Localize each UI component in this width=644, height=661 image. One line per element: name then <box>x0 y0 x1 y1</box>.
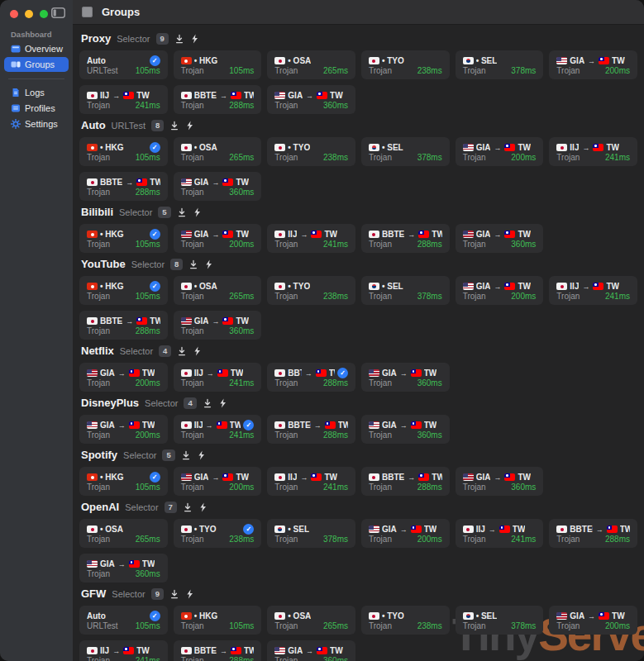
latency-test-icon[interactable] <box>183 502 193 512</box>
latency-test-icon[interactable] <box>169 589 179 599</box>
proxy-card[interactable]: GIA → TW Trojan 200ms <box>174 467 262 496</box>
proxy-card[interactable]: • SEL Trojan 378ms <box>361 137 450 166</box>
proxy-card[interactable]: GIA → TW Trojan 200ms <box>361 519 450 548</box>
proxy-card[interactable]: BBTEC → TW Trojan 288ms <box>267 363 355 392</box>
proxy-card[interactable]: • OSA Trojan 265ms <box>79 519 168 548</box>
sidebar-item-profiles[interactable]: Profiles <box>4 101 69 116</box>
proxy-card[interactable]: • HKG Trojan 105ms <box>79 224 168 253</box>
protocol-label: Trojan <box>556 621 580 630</box>
proxy-card[interactable]: Auto URLTest 105ms <box>79 606 168 635</box>
proxy-card[interactable]: IIJ → TW Trojan 241ms <box>174 363 262 392</box>
flag-icon <box>181 57 192 64</box>
proxy-card[interactable]: IIJ → TW Trojan 241ms <box>79 640 168 661</box>
proxy-card[interactable]: GIA → TW Trojan 200ms <box>79 415 168 444</box>
proxy-card[interactable]: • HKG Trojan 105ms <box>174 606 262 635</box>
minimize-window-button[interactable] <box>25 10 33 18</box>
flag2-icon <box>418 473 429 481</box>
proxy-card[interactable]: GIA → TW Trojan 360ms <box>267 85 355 114</box>
proxy-card[interactable]: IIJ → TW Trojan 241ms <box>267 224 355 253</box>
latency-test-icon[interactable] <box>174 34 184 44</box>
flag-icon <box>87 560 98 568</box>
proxy-card[interactable]: BBTEC → TW Trojan 288ms <box>361 224 450 253</box>
group-header: Netflix Selector 4 <box>81 345 637 357</box>
proxy-card[interactable]: • HKG Trojan 105ms <box>174 50 262 79</box>
sidebar-item-logs[interactable]: Logs <box>4 85 69 100</box>
proxy-card[interactable]: BBTEC → TW Trojan 288ms <box>79 172 168 201</box>
protocol-label: Trojan <box>369 535 392 544</box>
proxy-card[interactable]: IIJ → TW Trojan 241ms <box>267 467 355 496</box>
proxy-card[interactable]: GIA → TW Trojan 200ms <box>456 137 544 166</box>
proxy-card[interactable]: IIJ → TW Trojan 241ms <box>79 85 168 114</box>
proxy-card[interactable]: • TYO Trojan 238ms <box>361 50 450 79</box>
proxy-name: GIA <box>100 369 115 378</box>
proxy-card[interactable]: BBTEC → TW Trojan 288ms <box>174 85 262 114</box>
protocol-label: Trojan <box>274 535 298 544</box>
latency-test-icon[interactable] <box>169 121 179 131</box>
flag-icon <box>181 647 192 654</box>
flag2-icon <box>231 647 241 654</box>
proxy-card[interactable]: • OSA Trojan 265ms <box>174 137 262 166</box>
speed-test-bolt-icon[interactable] <box>197 450 206 460</box>
proxy-card[interactable]: IIJ → TW Trojan 241ms <box>456 519 544 548</box>
proxy-card[interactable]: BBTEC → TW Trojan 288ms <box>79 311 168 340</box>
proxy-card[interactable]: • SEL Trojan 378ms <box>267 519 355 548</box>
proxy-card[interactable]: • TYO Trojan 238ms <box>267 276 355 305</box>
proxy-card[interactable]: BBTEC → TW Trojan 288ms <box>361 467 450 496</box>
speed-test-bolt-icon[interactable] <box>204 259 213 269</box>
proxy-card[interactable]: GIA → TW Trojan 200ms <box>549 606 637 635</box>
close-window-button[interactable] <box>10 10 18 18</box>
latency-test-icon[interactable] <box>177 346 187 356</box>
latency-test-icon[interactable] <box>177 207 187 217</box>
proxy-card[interactable]: BBTEC → TW Trojan 288ms <box>174 640 262 661</box>
proxy-card[interactable]: • TYO Trojan 238ms <box>361 606 450 635</box>
proxy-card[interactable]: Auto URLTest 105ms <box>79 50 168 79</box>
proxy-card[interactable]: GIA → TW Trojan 360ms <box>361 363 450 392</box>
proxy-card[interactable]: • OSA Trojan 265ms <box>267 606 355 635</box>
proxy-card[interactable]: GIA → TW Trojan 360ms <box>267 640 355 661</box>
proxy-card[interactable]: GIA → TW Trojan 360ms <box>174 172 262 201</box>
proxy-card[interactable]: • SEL Trojan 378ms <box>456 606 544 635</box>
proxy-card[interactable]: • SEL Trojan 378ms <box>456 50 544 79</box>
proxy-card[interactable]: BBTEC → TW Trojan 288ms <box>549 519 637 548</box>
proxy-card[interactable]: GIA → TW Trojan 360ms <box>79 554 168 583</box>
proxy-card[interactable]: • HKG Trojan 105ms <box>79 137 168 166</box>
proxy-card[interactable]: • SEL Trojan 378ms <box>361 276 450 305</box>
speed-test-bolt-icon[interactable] <box>193 207 202 217</box>
proxy-card[interactable]: GIA → TW Trojan 360ms <box>361 415 450 444</box>
latency-test-icon[interactable] <box>188 259 198 269</box>
proxy-card[interactable]: GIA → TW Trojan 360ms <box>456 467 544 496</box>
proxy-card[interactable]: • HKG Trojan 105ms <box>79 276 168 305</box>
proxy-card[interactable]: IIJ → TW Trojan 241ms <box>549 137 637 166</box>
proxy-card[interactable]: • TYO Trojan 238ms <box>267 137 355 166</box>
speed-test-bolt-icon[interactable] <box>218 398 227 408</box>
proxy-card-bottom: Trojan 288ms <box>181 101 255 110</box>
latency-value: 241ms <box>323 483 348 492</box>
proxy-card[interactable]: GIA → TW Trojan 360ms <box>456 224 544 253</box>
latency-test-icon[interactable] <box>181 450 191 460</box>
speed-test-bolt-icon[interactable] <box>193 346 202 356</box>
selected-check-icon <box>150 472 160 483</box>
proxy-card[interactable]: IIJ → TW Trojan 241ms <box>549 276 637 305</box>
proxy-card[interactable]: IIJ → TW Trojan 241ms <box>174 415 262 444</box>
speed-test-bolt-icon[interactable] <box>185 589 194 599</box>
proxy-card[interactable]: • OSA Trojan 265ms <box>267 50 355 79</box>
speed-test-bolt-icon[interactable] <box>190 34 199 44</box>
toggle-sidebar-icon[interactable] <box>51 7 65 18</box>
flag2-icon <box>411 369 422 377</box>
proxy-card[interactable]: GIA → TW Trojan 200ms <box>549 50 637 79</box>
proxy-card[interactable]: • HKG Trojan 105ms <box>79 467 168 496</box>
proxy-card[interactable]: • TYO Trojan 238ms <box>174 519 262 548</box>
proxy-card[interactable]: GIA → TW Trojan 360ms <box>174 311 262 340</box>
proxy-card[interactable]: GIA → TW Trojan 200ms <box>174 224 262 253</box>
sidebar-item-settings[interactable]: Settings <box>4 117 69 131</box>
sidebar-item-groups[interactable]: Groups <box>4 57 69 72</box>
speed-test-bolt-icon[interactable] <box>185 121 194 131</box>
proxy-card[interactable]: BBTEC → TW Trojan 288ms <box>267 415 355 444</box>
zoom-window-button[interactable] <box>40 10 48 18</box>
sidebar-item-overview[interactable]: Overview <box>4 41 69 56</box>
latency-test-icon[interactable] <box>203 398 212 408</box>
proxy-card[interactable]: GIA → TW Trojan 200ms <box>79 363 168 392</box>
speed-test-bolt-icon[interactable] <box>198 502 208 512</box>
proxy-card[interactable]: GIA → TW Trojan 200ms <box>456 276 544 305</box>
proxy-card[interactable]: • OSA Trojan 265ms <box>174 276 262 305</box>
